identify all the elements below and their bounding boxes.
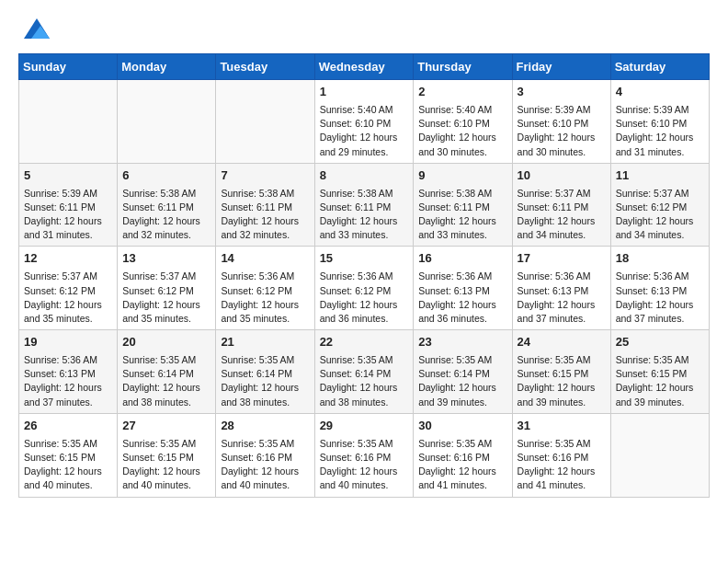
day-number: 22	[320, 334, 409, 351]
calendar-cell	[216, 80, 314, 164]
day-of-week-header: Tuesday	[216, 54, 314, 80]
cell-content-line: and 34 minutes.	[518, 228, 606, 242]
cell-content-line: Sunrise: 5:35 AM	[221, 353, 309, 367]
cell-content-line: Daylight: 12 hours	[24, 214, 112, 228]
cell-content-line: Sunset: 6:10 PM	[616, 117, 704, 131]
cell-content-line: Sunset: 6:12 PM	[320, 284, 409, 298]
cell-content-line: Sunset: 6:12 PM	[122, 284, 210, 298]
cell-content-line: and 41 minutes.	[418, 478, 506, 492]
calendar-cell: 10Sunrise: 5:37 AMSunset: 6:11 PMDayligh…	[512, 163, 610, 247]
cell-content-line: Sunset: 6:14 PM	[122, 367, 210, 381]
cell-content-line: Sunset: 6:13 PM	[24, 367, 112, 381]
cell-content-line: Daylight: 12 hours	[122, 214, 210, 228]
cell-content-line: Daylight: 12 hours	[24, 298, 112, 312]
day-number: 23	[418, 334, 506, 351]
calendar-cell: 17Sunrise: 5:36 AMSunset: 6:13 PMDayligh…	[512, 247, 610, 330]
cell-content-line: and 40 minutes.	[24, 478, 112, 492]
cell-content-line: Daylight: 12 hours	[518, 465, 606, 478]
calendar-cell	[19, 80, 118, 164]
calendar-cell: 29Sunrise: 5:35 AMSunset: 6:16 PMDayligh…	[314, 413, 414, 497]
cell-content-line: and 39 minutes.	[418, 396, 506, 409]
day-number: 1	[320, 84, 409, 101]
day-number: 26	[24, 418, 112, 435]
cell-content-line: Sunset: 6:16 PM	[320, 451, 409, 465]
cell-content-line: Sunset: 6:16 PM	[221, 451, 309, 465]
cell-content-line: Sunrise: 5:35 AM	[24, 437, 112, 451]
cell-content-line: Sunset: 6:11 PM	[518, 201, 606, 214]
calendar-week-row: 1Sunrise: 5:40 AMSunset: 6:10 PMDaylight…	[19, 80, 710, 164]
cell-content-line: Sunrise: 5:35 AM	[320, 437, 409, 451]
cell-content-line: Sunset: 6:15 PM	[616, 367, 704, 381]
cell-content-line: and 35 minutes.	[24, 312, 112, 326]
cell-content-line: and 38 minutes.	[122, 396, 210, 409]
day-number: 11	[616, 167, 704, 185]
calendar-cell: 14Sunrise: 5:36 AMSunset: 6:12 PMDayligh…	[216, 247, 314, 330]
cell-content-line: and 37 minutes.	[518, 312, 606, 326]
day-number: 18	[616, 250, 704, 268]
cell-content-line: Daylight: 12 hours	[518, 131, 606, 144]
day-number: 3	[518, 84, 606, 101]
cell-content-line: Sunset: 6:12 PM	[24, 284, 112, 298]
cell-content-line: Daylight: 12 hours	[24, 465, 112, 478]
cell-content-line: Sunset: 6:15 PM	[24, 451, 112, 465]
cell-content-line: Sunrise: 5:39 AM	[518, 103, 606, 117]
calendar-cell: 2Sunrise: 5:40 AMSunset: 6:10 PMDaylight…	[414, 80, 512, 164]
cell-content-line: Sunrise: 5:35 AM	[122, 353, 210, 367]
day-of-week-header: Wednesday	[314, 54, 414, 80]
cell-content-line: and 40 minutes.	[122, 478, 210, 492]
calendar-cell: 6Sunrise: 5:38 AMSunset: 6:11 PMDaylight…	[118, 163, 216, 247]
cell-content-line: Sunrise: 5:40 AM	[320, 103, 409, 117]
calendar-cell: 7Sunrise: 5:38 AMSunset: 6:11 PMDaylight…	[216, 163, 314, 247]
day-number: 30	[418, 418, 506, 435]
cell-content-line: Sunrise: 5:36 AM	[616, 270, 704, 283]
cell-content-line: Daylight: 12 hours	[122, 465, 210, 478]
calendar-cell: 23Sunrise: 5:35 AMSunset: 6:14 PMDayligh…	[414, 330, 512, 414]
cell-content-line: Sunset: 6:14 PM	[320, 367, 409, 381]
cell-content-line: Sunrise: 5:37 AM	[616, 187, 704, 201]
cell-content-line: Sunrise: 5:35 AM	[518, 437, 606, 451]
cell-content-line: Sunset: 6:10 PM	[518, 117, 606, 131]
cell-content-line: and 33 minutes.	[320, 228, 409, 242]
calendar-header-row: SundayMondayTuesdayWednesdayThursdayFrid…	[19, 54, 710, 80]
calendar-cell: 25Sunrise: 5:35 AMSunset: 6:15 PMDayligh…	[610, 330, 709, 414]
calendar-cell	[118, 80, 216, 164]
cell-content-line: Daylight: 12 hours	[122, 381, 210, 395]
day-number: 6	[122, 167, 210, 185]
calendar-cell: 16Sunrise: 5:36 AMSunset: 6:13 PMDayligh…	[414, 247, 512, 330]
day-of-week-header: Sunday	[19, 54, 118, 80]
cell-content-line: Sunrise: 5:37 AM	[24, 270, 112, 283]
day-number: 10	[518, 167, 606, 185]
cell-content-line: Sunset: 6:13 PM	[418, 284, 506, 298]
cell-content-line: and 31 minutes.	[616, 145, 704, 159]
cell-content-line: Sunset: 6:11 PM	[221, 201, 309, 214]
cell-content-line: Sunrise: 5:35 AM	[418, 437, 506, 451]
cell-content-line: Sunrise: 5:36 AM	[418, 270, 506, 283]
cell-content-line: Sunset: 6:16 PM	[418, 451, 506, 465]
cell-content-line: Sunset: 6:11 PM	[418, 201, 506, 214]
cell-content-line: and 38 minutes.	[320, 396, 409, 409]
calendar-cell: 22Sunrise: 5:35 AMSunset: 6:14 PMDayligh…	[314, 330, 414, 414]
cell-content-line: Sunrise: 5:36 AM	[320, 270, 409, 283]
calendar-cell: 11Sunrise: 5:37 AMSunset: 6:12 PMDayligh…	[610, 163, 709, 247]
cell-content-line: and 33 minutes.	[418, 228, 506, 242]
calendar-week-row: 12Sunrise: 5:37 AMSunset: 6:12 PMDayligh…	[19, 247, 710, 330]
logo	[18, 18, 50, 39]
cell-content-line: Sunrise: 5:39 AM	[616, 103, 704, 117]
cell-content-line: Daylight: 12 hours	[320, 214, 409, 228]
calendar-table: SundayMondayTuesdayWednesdayThursdayFrid…	[18, 53, 710, 498]
calendar-cell: 3Sunrise: 5:39 AMSunset: 6:10 PMDaylight…	[512, 80, 610, 164]
calendar-week-row: 5Sunrise: 5:39 AMSunset: 6:11 PMDaylight…	[19, 163, 710, 247]
cell-content-line: and 35 minutes.	[122, 312, 210, 326]
cell-content-line: Daylight: 12 hours	[616, 298, 704, 312]
day-number: 29	[320, 418, 409, 435]
cell-content-line: Sunrise: 5:38 AM	[320, 187, 409, 201]
cell-content-line: Sunrise: 5:38 AM	[221, 187, 309, 201]
cell-content-line: Daylight: 12 hours	[320, 131, 409, 144]
cell-content-line: Daylight: 12 hours	[320, 381, 409, 395]
day-number: 4	[616, 84, 704, 101]
cell-content-line: Daylight: 12 hours	[418, 465, 506, 478]
cell-content-line: Sunset: 6:13 PM	[518, 284, 606, 298]
day-number: 14	[221, 250, 309, 268]
cell-content-line: Daylight: 12 hours	[320, 465, 409, 478]
cell-content-line: Daylight: 12 hours	[320, 298, 409, 312]
